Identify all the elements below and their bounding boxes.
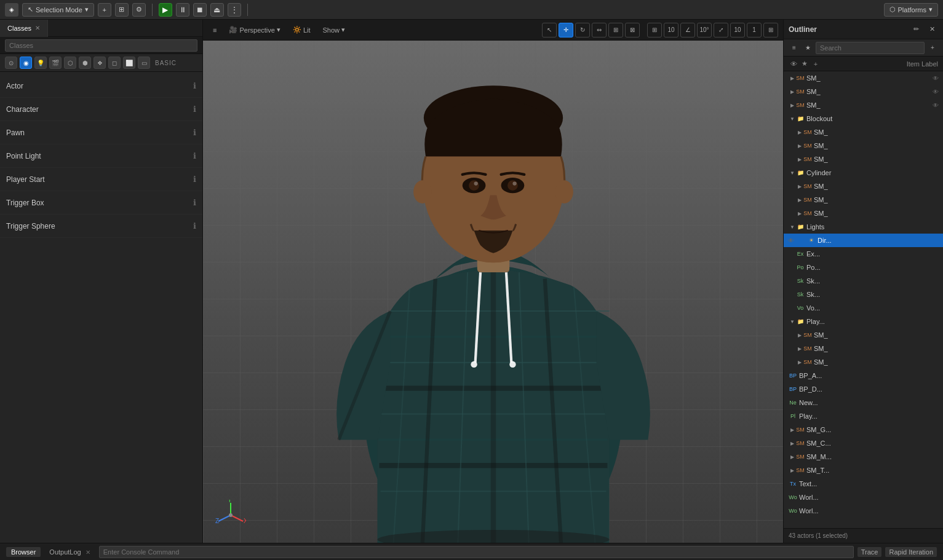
outliner-item[interactable]: ▶ SM SM_ <box>784 139 943 152</box>
outliner-item[interactable]: Ex Ex... <box>784 247 943 261</box>
classes-tab-close[interactable]: ✕ <box>35 25 40 31</box>
outliner-item[interactable]: Wo Worl... <box>784 491 943 504</box>
rapid-btn[interactable]: Rapid Iteration <box>885 547 937 557</box>
outliner-edit-btn[interactable]: ✏ <box>910 23 922 36</box>
outliner-folder-item[interactable]: ▼ 📁 Lights <box>784 220 943 234</box>
outliner-folder-item[interactable]: ▼ 📁 Play... <box>784 315 943 328</box>
outliner-item[interactable]: Vo Vo... <box>784 301 943 315</box>
list-item[interactable]: Player Start ℹ <box>0 168 202 191</box>
play-btn[interactable]: ▶ <box>159 3 172 17</box>
outliner-item[interactable]: Pl Play... <box>784 409 943 423</box>
outliner-item[interactable]: ▶ SM SM_ <box>784 207 943 220</box>
item-playerstart-info[interactable]: ℹ <box>193 175 196 184</box>
scale-snap-btn[interactable]: ⤢ <box>714 23 728 37</box>
list-item[interactable]: Point Light ℹ <box>0 144 202 168</box>
maximize-btn[interactable]: ⊞ <box>763 23 778 37</box>
vis-icon[interactable]: 👁 <box>931 87 941 97</box>
outliner-item[interactable]: ▶ SM SM_ 👁 <box>784 85 943 98</box>
grid-snap-btn[interactable]: ⊞ <box>647 23 662 37</box>
filter-icon-box[interactable]: ◻ <box>108 57 121 69</box>
outliner-item[interactable]: Ne New... <box>784 396 943 409</box>
outliner-filter-add-btn[interactable]: + <box>927 42 938 53</box>
outliner-item[interactable]: Sk Sk... <box>784 288 943 301</box>
outliner-item[interactable]: ▶ SM SM_ <box>784 328 943 342</box>
outliner-item[interactable]: Sk Sk... <box>784 274 943 288</box>
item-pointlight-info[interactable]: ℹ <box>193 151 196 160</box>
filter-icon-plane[interactable]: ⬜ <box>123 57 135 69</box>
list-item[interactable]: Actor ℹ <box>0 74 202 98</box>
outliner-item[interactable]: BP BP_D... <box>784 382 943 396</box>
outliner-filter-menu-btn[interactable]: ≡ <box>789 42 800 53</box>
vis-icon[interactable]: 👁 <box>931 100 941 110</box>
viewport-menu-btn[interactable]: ≡ <box>208 23 221 37</box>
select-tool-btn[interactable]: ↖ <box>542 23 557 37</box>
outliner-item[interactable]: Wo Worl... <box>784 504 943 518</box>
item-character-info[interactable]: ℹ <box>193 105 196 114</box>
item-pawn-info[interactable]: ℹ <box>193 128 196 137</box>
outliner-item[interactable]: ▶ SM SM_ 👁 <box>784 98 943 112</box>
outliner-item[interactable]: ▶ SM SM_T... <box>784 463 943 477</box>
browser-tab[interactable]: Browser <box>6 547 41 557</box>
filter-icon-all[interactable]: ⊙ <box>5 57 17 69</box>
outliner-folder-item[interactable]: ▼ 📁 Blockout <box>784 112 943 125</box>
list-item[interactable]: Character ℹ <box>0 98 202 121</box>
filter-icon-widget[interactable]: ❖ <box>94 57 106 69</box>
output-tab-close[interactable]: ✕ <box>86 549 90 556</box>
vis-icon[interactable]: 👁 <box>931 73 941 83</box>
outliner-item[interactable]: ▶ SM SM_ <box>784 193 943 207</box>
outliner-item[interactable]: ▶ SM SM_ <box>784 179 943 193</box>
selection-mode-btn[interactable]: ↖ Selection Mode ▾ <box>22 3 94 17</box>
scale-value-btn[interactable]: 10 <box>730 23 745 37</box>
show-btn[interactable]: Show ▾ <box>318 23 351 37</box>
item-triggersphere-info[interactable]: ℹ <box>193 221 196 231</box>
list-item[interactable]: Trigger Box ℹ <box>0 191 202 215</box>
filter-icon-actor[interactable]: ◉ <box>20 57 32 69</box>
transform-world-btn[interactable]: ⊞ <box>608 23 623 37</box>
vis-eye-icon[interactable]: 👁 <box>786 235 796 245</box>
lit-btn[interactable]: 🔆 Lit <box>288 23 316 37</box>
outliner-folder-item[interactable]: ▼ 📁 Cylinder <box>784 166 943 179</box>
outliner-item[interactable]: ▶ SM SM_ <box>784 152 943 166</box>
angle-snap-btn[interactable]: ∠ <box>680 23 695 37</box>
filter-icon-camera[interactable]: 🎬 <box>49 57 62 69</box>
classes-tab[interactable]: Classes ✕ <box>0 20 48 37</box>
output-tab[interactable]: OutputLog ✕ <box>44 547 95 557</box>
platforms-btn[interactable]: ⬡ Platforms ▾ <box>884 3 938 17</box>
outliner-item[interactable]: Tx Text... <box>784 477 943 491</box>
stop-btn[interactable]: ⏹ <box>193 3 207 17</box>
more-btn[interactable]: ⋮ <box>228 3 241 17</box>
grid-value-btn[interactable]: 10 <box>664 23 678 37</box>
filter-icon-light[interactable]: 💡 <box>34 57 47 69</box>
pause-btn[interactable]: ⏸ <box>176 3 189 17</box>
outliner-item-directional-light[interactable]: 👁 ☀ Dir... <box>784 234 943 247</box>
filter-icon-shape[interactable]: ▭ <box>138 57 150 69</box>
filter-icon-mesh2[interactable]: ⬢ <box>79 57 91 69</box>
cam-snap-btn[interactable]: 1 <box>747 23 762 37</box>
move-tool-btn[interactable]: ✛ <box>559 23 573 37</box>
outliner-item[interactable]: Po Po... <box>784 261 943 274</box>
rotate-tool-btn[interactable]: ↻ <box>575 23 590 37</box>
list-item[interactable]: Trigger Sphere ℹ <box>0 215 202 238</box>
search-input[interactable] <box>5 39 197 52</box>
perspective-btn[interactable]: 🎥 Perspective ▾ <box>224 23 285 37</box>
outliner-search-input[interactable] <box>816 42 925 54</box>
item-triggerbox-info[interactable]: ℹ <box>193 198 196 207</box>
outliner-item[interactable]: ▶ SM SM_ <box>784 342 943 355</box>
outliner-item[interactable]: ▶ SM SM_ <box>784 125 943 139</box>
transform-btn[interactable]: ⊞ <box>115 3 129 17</box>
outliner-item[interactable]: ▶ SM SM_M... <box>784 450 943 463</box>
outliner-filter-star-btn[interactable]: ★ <box>802 42 813 53</box>
outliner-item[interactable]: ▶ SM SM_G... <box>784 423 943 436</box>
add-btn[interactable]: + <box>98 3 111 17</box>
outliner-item[interactable]: ▶ SM SM_ <box>784 355 943 369</box>
outliner-close-btn[interactable]: ✕ <box>926 23 938 36</box>
filter-icon-mesh1[interactable]: ⬡ <box>64 57 76 69</box>
eject-btn[interactable]: ⏏ <box>210 3 224 17</box>
list-item[interactable]: Pawn ℹ <box>0 121 202 144</box>
item-actor-info[interactable]: ℹ <box>193 81 196 90</box>
trace-btn[interactable]: Trace <box>857 547 882 557</box>
outliner-item[interactable]: ▶ SM SM_C... <box>784 436 943 450</box>
settings-btn[interactable]: ⚙ <box>132 3 146 17</box>
camera-speed-btn[interactable]: ⊠ <box>625 23 640 37</box>
viewport-canvas[interactable]: X Y Z <box>203 41 783 543</box>
